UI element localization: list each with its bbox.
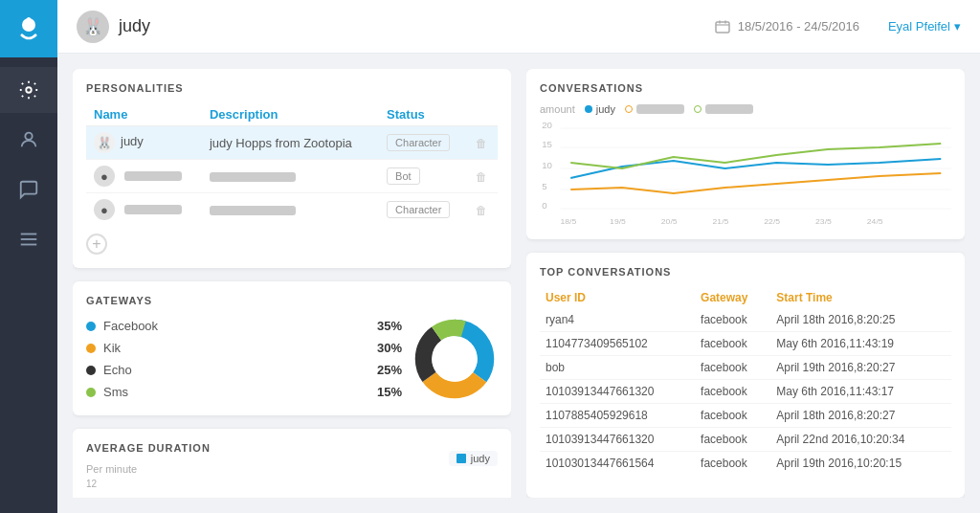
sidebar-logo[interactable] [0,0,57,57]
table-row[interactable]: 10103913447661320 facebook April 22nd 20… [540,428,951,452]
blurred-legend [705,104,753,114]
legend-pill-dot [457,454,466,463]
table-row[interactable]: 1104773409565102 facebook May 6th 2016,1… [540,332,951,356]
cell-delete[interactable]: 🗑 [468,160,498,193]
content-area: PERSONALITIES Name Description Status [57,54,980,513]
svg-point-2 [26,87,32,93]
blurred-desc [210,172,296,182]
table-row[interactable]: ● Bot 🗑 [86,160,498,193]
date-range: 18/5/2016 - 24/5/2016 [715,19,859,33]
cell-gateway: facebook [695,356,770,380]
col-description: Description [202,103,379,126]
right-column: CONVERSATIONS amount judy [526,69,965,498]
svg-point-15 [432,336,478,382]
avg-duration-title: AVERAGE DURATION Per minute [86,442,211,475]
avatar: 🐰 [94,132,115,153]
cell-start-time: April 22nd 2016,10:20:34 [770,428,951,452]
col-start-time: Start Time [770,287,951,308]
cell-start-time: April 18th 2016,8:20:27 [770,404,951,428]
bar-chart [100,479,498,498]
cell-start-time: April 19th 2016,8:20:27 [770,356,951,380]
table-row[interactable]: 10103013447661564 facebook April 19th 20… [540,452,951,476]
sidebar-item-chat[interactable] [0,167,57,212]
cell-name: ● [86,193,202,227]
calendar-icon [715,20,730,33]
legend-dot-echo [86,366,96,375]
cell-start-time: April 19th 2016,10:20:15 [770,452,951,476]
svg-text:20/5: 20/5 [661,216,678,226]
svg-text:10: 10 [542,161,552,170]
sidebar-item-settings[interactable] [0,67,57,113]
col-user-id: User ID [540,287,695,308]
svg-text:20: 20 [542,121,552,130]
legend-pct: 15% [377,385,402,399]
col-actions [468,103,498,126]
table-row[interactable]: bob facebook April 19th 2016,8:20:27 [540,356,951,380]
conv-dot-judy [585,105,592,113]
table-row[interactable]: 🐰judy judy Hopps from Zootopia Character… [86,126,498,160]
bar-chart-area: 12 10 8 [86,479,498,498]
svg-text:22/5: 22/5 [764,216,780,226]
blurred-name [124,171,182,181]
legend-pct: 30% [377,341,402,355]
y-axis-label: Per minute [86,463,211,475]
conv-dot-3 [694,105,702,113]
svg-point-1 [27,17,31,21]
avatar: 🐰 [77,11,109,43]
blurred-name [124,205,182,214]
svg-text:23/5: 23/5 [815,216,832,226]
cell-status: Character [379,126,467,160]
svg-text:18/5: 18/5 [561,216,577,226]
legend-label: Echo [103,363,132,377]
top-conversations-scroll[interactable]: User ID Gateway Start Time ryan4 faceboo… [540,287,951,475]
cell-delete[interactable]: 🗑 [468,193,498,227]
date-range-text: 18/5/2016 - 24/5/2016 [738,19,859,33]
svg-text:19/5: 19/5 [610,216,626,226]
cell-status: Character [379,193,467,227]
table-row[interactable]: 1107885405929618 facebook April 18th 201… [540,404,951,428]
user-menu[interactable]: Eyal Pfeifel ▾ [888,19,961,33]
cell-start-time: April 18th 2016,8:20:25 [770,308,951,332]
conv-y-label: amount [540,103,575,115]
conversations-title: CONVERSATIONS [540,82,951,94]
col-name: Name [86,103,202,126]
legend-dot-facebook [86,322,96,331]
cell-gateway: facebook [695,404,770,428]
avg-duration-header: AVERAGE DURATION Per minute judy [86,442,498,475]
legend-label: Facebook [103,319,158,333]
user-name: Eyal Pfeifel [888,19,950,33]
bar-chart-wrapper [100,479,498,498]
cell-user-id: 1107885405929618 [540,404,695,428]
user-icon [18,129,39,150]
top-conversations-card: TOP CONVERSATIONS User ID Gateway Start … [526,253,965,498]
table-row[interactable]: ryan4 facebook April 18th 2016,8:20:25 [540,308,951,332]
chat-icon [18,179,39,200]
list-item: Sms 15% [86,385,402,399]
cell-description [202,160,379,193]
cell-gateway: facebook [695,428,770,452]
cell-user-id: 10103913447661320 [540,428,695,452]
legend-item-3 [694,104,753,114]
header: 🐰 judy 18/5/2016 - 24/5/2016 Eyal Pfeife… [57,0,980,54]
blurred-legend [636,104,684,114]
cell-description: judy Hopps from Zootopia [202,126,379,160]
svg-text:5: 5 [542,182,546,191]
svg-text:24/5: 24/5 [867,216,883,226]
line-orange [570,173,941,193]
legend-dot-kik [86,344,96,353]
cell-delete[interactable]: 🗑 [468,126,498,160]
add-personality-button[interactable]: + [86,234,107,255]
conversations-card: CONVERSATIONS amount judy [526,69,965,239]
table-row[interactable]: 10103913447661320 facebook May 6th 2016,… [540,380,951,404]
cell-gateway: facebook [695,308,770,332]
sidebar-item-menu[interactable] [0,216,57,262]
sidebar-item-users[interactable] [0,117,57,163]
personalities-table: Name Description Status 🐰judy judy Hopps… [86,103,498,226]
conv-label-judy: judy [596,103,615,115]
table-row[interactable]: ● Character 🗑 [86,193,498,227]
list-item: Facebook 35% [86,319,402,333]
avg-duration-card: AVERAGE DURATION Per minute judy 12 10 8 [73,429,511,498]
main-area: 🐰 judy 18/5/2016 - 24/5/2016 Eyal Pfeife… [57,0,980,513]
cell-start-time: May 6th 2016,11:43:19 [770,332,951,356]
svg-text:15: 15 [542,140,552,149]
